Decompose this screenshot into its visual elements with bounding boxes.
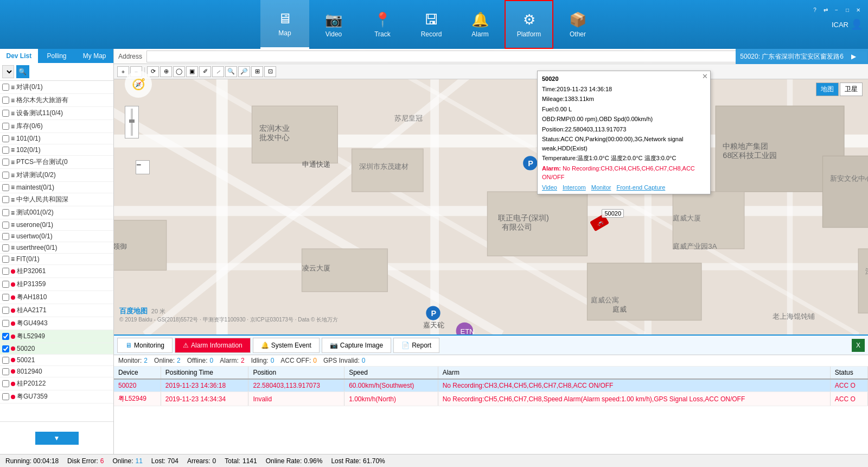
tool-zoom-out[interactable]: 🔎 xyxy=(238,66,250,77)
refresh-button[interactable]: ⇄ xyxy=(821,5,830,14)
dev-checkbox[interactable] xyxy=(2,268,9,275)
list-item[interactable]: ≡ 对讲(0/1) xyxy=(0,81,113,94)
list-item[interactable]: ≡ 库存(0/6) xyxy=(0,120,113,133)
dev-checkbox[interactable] xyxy=(2,345,9,352)
dev-checkbox[interactable] xyxy=(2,256,9,263)
sidebar-tab-polling[interactable]: Polling xyxy=(38,49,76,63)
link-capture[interactable]: Front-end Capture xyxy=(616,184,665,191)
tool-line[interactable]: ⟋ xyxy=(212,66,224,77)
link-video[interactable]: Video xyxy=(542,184,557,191)
sidebar-filter-select[interactable] xyxy=(2,65,14,78)
zoom-out-button[interactable]: − xyxy=(136,160,150,174)
dev-checkbox[interactable] xyxy=(2,222,9,229)
map-container[interactable]: Address 50020: 广东省深圳市宝安区窗苃路6 ▶ + − ⟳ ⊕ ◯… xyxy=(114,49,868,335)
list-item[interactable]: 桂P20122 xyxy=(0,377,113,390)
minimize-button[interactable]: − xyxy=(832,5,841,14)
list-item[interactable]: ≡ maintest(0/1) xyxy=(0,182,113,193)
status-scroll-btn[interactable]: ▶ xyxy=(846,51,861,62)
alarm-table: Device Positioning Time Position Speed A… xyxy=(114,367,868,406)
dev-checkbox[interactable] xyxy=(2,281,9,288)
dev-checkbox[interactable] xyxy=(2,172,9,179)
list-item[interactable]: 50020 xyxy=(0,343,113,355)
tool-rect[interactable]: ▣ xyxy=(186,66,198,77)
list-item[interactable]: ≡ 对讲测试(0/2) xyxy=(0,169,113,182)
table-row[interactable]: 粤L52949 2019-11-23 14:34:34 Invalid 1.00… xyxy=(114,392,868,406)
popup-close-button[interactable]: ✕ xyxy=(702,72,708,80)
list-item[interactable]: ≡ FIT(0/1) xyxy=(0,254,113,265)
list-item[interactable]: ≡ PTCS-平台测试(0 xyxy=(0,156,113,169)
tool-circle[interactable]: ◯ xyxy=(173,66,185,77)
tool-expand[interactable]: ⊡ xyxy=(264,66,276,77)
dev-checkbox[interactable] xyxy=(2,97,9,104)
dev-checkbox[interactable] xyxy=(2,380,9,387)
svg-text:信鸽领御: 信鸽领御 xyxy=(114,242,127,250)
dev-checkbox[interactable] xyxy=(2,368,9,375)
list-item[interactable]: 50021 xyxy=(0,355,113,366)
list-item[interactable]: 桂AA2171 xyxy=(0,304,113,317)
dev-checkbox[interactable] xyxy=(2,294,9,301)
dev-checkbox[interactable] xyxy=(2,233,9,240)
sidebar-tab-devlist[interactable]: Dev List xyxy=(0,49,38,63)
list-item[interactable]: 粤GU4943 xyxy=(0,317,113,330)
maximize-button[interactable]: □ xyxy=(843,5,852,14)
dev-checkbox[interactable] xyxy=(2,110,9,117)
link-intercom[interactable]: Intercom xyxy=(563,184,586,191)
nav-alarm[interactable]: 🔔 Alarm xyxy=(456,0,505,49)
sidebar-search-btn[interactable]: 🔍 xyxy=(16,65,29,78)
dev-checkbox[interactable] xyxy=(2,333,9,340)
dev-checkbox[interactable] xyxy=(2,320,9,327)
dev-checkbox[interactable] xyxy=(2,209,9,216)
list-item[interactable]: ≡ 102(0/1) xyxy=(0,144,113,156)
sidebar-tab-mymap[interactable]: My Map xyxy=(75,49,113,63)
list-item[interactable]: ≡ 设备测试11(0/4) xyxy=(0,107,113,120)
map-view-satellite[interactable]: 卫星 xyxy=(840,83,863,96)
tool-zoom-in[interactable]: 🔍 xyxy=(225,66,237,77)
btab-alarm-info[interactable]: ⚠ Alarm Information xyxy=(175,338,251,353)
tool-center[interactable]: ⊕ xyxy=(160,66,172,77)
dev-checkbox[interactable] xyxy=(2,159,9,166)
list-item[interactable]: ≡ 测试001(0/2) xyxy=(0,206,113,219)
nav-video[interactable]: 📷 Video xyxy=(309,0,358,49)
link-monitor[interactable]: Monitor xyxy=(591,184,611,191)
btab-report[interactable]: 📄 Report xyxy=(393,338,439,353)
dev-checkbox[interactable] xyxy=(2,84,9,91)
dev-checkbox[interactable] xyxy=(2,147,9,154)
list-item[interactable]: 粤AH1810 xyxy=(0,291,113,304)
list-item[interactable]: ≡ 格尔木先大旅游有 xyxy=(0,94,113,107)
nav-record[interactable]: 🖫 Record xyxy=(407,0,456,49)
list-item[interactable]: 粤L52949 xyxy=(0,330,113,343)
list-item[interactable]: 桂P31359 xyxy=(0,278,113,291)
nav-map[interactable]: 🖥 Map xyxy=(260,0,309,49)
help-button[interactable]: ? xyxy=(810,5,819,14)
btab-system-event[interactable]: 🔔 System Event xyxy=(253,338,320,353)
dev-checkbox[interactable] xyxy=(2,393,9,400)
list-item[interactable]: ≡ 101(0/1) xyxy=(0,133,113,144)
dev-checkbox[interactable] xyxy=(2,135,9,142)
table-row[interactable]: 50020 2019-11-23 14:36:18 22.580403,113.… xyxy=(114,379,868,392)
nav-platform[interactable]: ⚙ Platform xyxy=(505,0,553,49)
zoom-slider[interactable] xyxy=(125,106,139,138)
dev-checkbox[interactable] xyxy=(2,123,9,130)
btab-capture[interactable]: 📷 Capture Image xyxy=(322,338,391,353)
dev-checkbox[interactable] xyxy=(2,357,9,364)
list-item[interactable]: ≡ usertwo(0/1) xyxy=(0,231,113,242)
dev-checkbox[interactable] xyxy=(2,184,9,191)
nav-other[interactable]: 📦 Other xyxy=(553,0,602,49)
tool-fit[interactable]: ⊞ xyxy=(251,66,263,77)
btab-monitoring[interactable]: 🖥 Monitoring xyxy=(117,338,173,353)
list-item[interactable]: 8012940 xyxy=(0,366,113,377)
dev-checkbox[interactable] xyxy=(2,244,9,251)
map-view-normal[interactable]: 地图 xyxy=(816,83,839,96)
close-button[interactable]: ✕ xyxy=(854,5,863,14)
sidebar-scroll-down[interactable]: ▼ xyxy=(35,432,79,445)
tool-draw[interactable]: ✐ xyxy=(199,66,211,77)
list-item[interactable]: 粤GU7359 xyxy=(0,390,113,403)
list-item[interactable]: ≡ userone(0/1) xyxy=(0,219,113,231)
nav-track[interactable]: 📍 Track xyxy=(358,0,407,49)
dev-checkbox[interactable] xyxy=(2,196,9,203)
list-item[interactable]: 桂P32061 xyxy=(0,265,113,278)
list-item[interactable]: ≡ userthree(0/1) xyxy=(0,242,113,254)
list-item[interactable]: ≡ 中华人民共和国深 xyxy=(0,193,113,206)
export-excel-button[interactable]: X xyxy=(852,339,865,352)
dev-checkbox[interactable] xyxy=(2,307,9,314)
